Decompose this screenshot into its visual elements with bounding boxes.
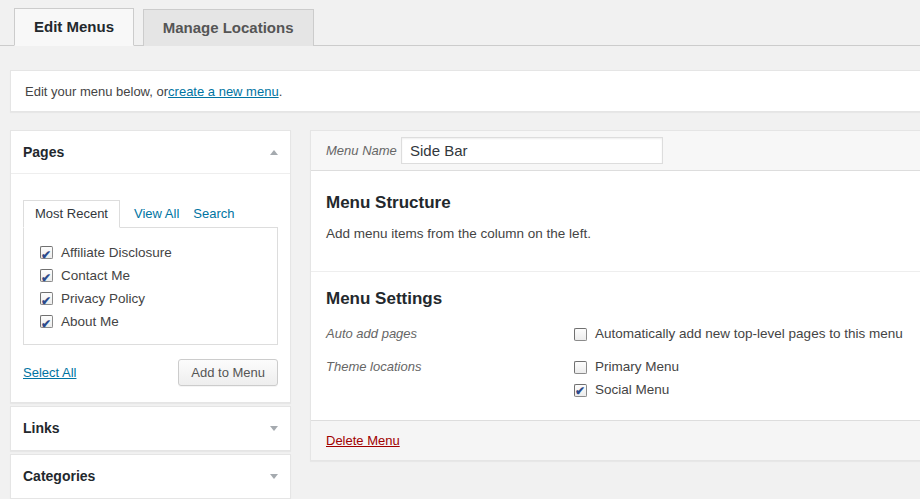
menu-name-bar: Menu Name bbox=[311, 131, 920, 171]
list-item[interactable]: Affiliate Disclosure bbox=[24, 241, 277, 264]
categories-panel-header[interactable]: Categories bbox=[11, 455, 290, 498]
page-item-label: Contact Me bbox=[61, 264, 130, 287]
categories-panel-title: Categories bbox=[23, 455, 95, 498]
edit-menu-notice: Edit your menu below, or create a new me… bbox=[10, 70, 920, 112]
links-panel: Links bbox=[10, 406, 291, 451]
menu-name-input[interactable] bbox=[401, 137, 663, 164]
page-checkbox[interactable] bbox=[40, 246, 53, 259]
auto-add-options: Automatically add new top-level pages to… bbox=[574, 325, 903, 343]
menu-structure-hint: Add menu items from the column on the le… bbox=[326, 226, 920, 241]
auto-add-option[interactable]: Automatically add new top-level pages to… bbox=[574, 325, 903, 343]
pages-panel-title: Pages bbox=[23, 131, 64, 174]
list-item[interactable]: About Me bbox=[24, 310, 277, 333]
primary-menu-option[interactable]: Primary Menu bbox=[574, 358, 679, 376]
menu-name-label: Menu Name bbox=[326, 143, 401, 158]
auto-add-pages-label: Auto add pages bbox=[326, 325, 574, 343]
add-to-menu-button[interactable]: Add to Menu bbox=[178, 359, 278, 386]
social-menu-option-label: Social Menu bbox=[595, 381, 669, 399]
create-new-menu-link[interactable]: create a new menu bbox=[168, 84, 279, 99]
primary-menu-checkbox[interactable] bbox=[574, 361, 587, 374]
theme-locations-row: Theme locations Primary Menu Social Menu bbox=[326, 358, 920, 399]
auto-add-option-label: Automatically add new top-level pages to… bbox=[595, 325, 903, 343]
menu-editor-panel: Menu Name Menu Structure Add menu items … bbox=[310, 130, 920, 461]
menu-items-column: Pages Most Recent View All Search Affili… bbox=[10, 130, 291, 499]
menu-structure-heading: Menu Structure bbox=[326, 171, 920, 213]
links-panel-title: Links bbox=[23, 407, 60, 450]
tab-edit-menus[interactable]: Edit Menus bbox=[14, 8, 134, 46]
pages-actions-row: Select All Add to Menu bbox=[23, 359, 278, 386]
collapse-up-icon[interactable] bbox=[270, 150, 278, 155]
pages-panel-header[interactable]: Pages bbox=[11, 131, 290, 174]
chevron-down-icon[interactable] bbox=[270, 426, 278, 431]
page-item-label: About Me bbox=[61, 310, 119, 333]
list-item[interactable]: Contact Me bbox=[24, 264, 277, 287]
chevron-down-icon[interactable] bbox=[270, 474, 278, 479]
nav-tab-bar: Edit Menus Manage Locations bbox=[0, 0, 920, 46]
social-menu-checkbox[interactable] bbox=[574, 384, 587, 397]
list-item[interactable]: Privacy Policy bbox=[24, 287, 277, 310]
notice-text-period: . bbox=[279, 84, 283, 99]
social-menu-option[interactable]: Social Menu bbox=[574, 381, 679, 399]
tab-manage-locations[interactable]: Manage Locations bbox=[143, 9, 314, 46]
menu-editor-body: Menu Structure Add menu items from the c… bbox=[311, 171, 920, 420]
page-checkbox[interactable] bbox=[40, 292, 53, 305]
primary-menu-option-label: Primary Menu bbox=[595, 358, 679, 376]
page-checkbox[interactable] bbox=[40, 315, 53, 328]
pages-checklist: Affiliate Disclosure Contact Me Privacy … bbox=[23, 227, 278, 345]
subtab-search[interactable]: Search bbox=[193, 200, 234, 227]
links-panel-header[interactable]: Links bbox=[11, 407, 290, 450]
pages-subtabs: Most Recent View All Search bbox=[23, 200, 278, 227]
notice-text: Edit your menu below, or bbox=[25, 84, 168, 99]
page-item-label: Privacy Policy bbox=[61, 287, 145, 310]
theme-location-options: Primary Menu Social Menu bbox=[574, 358, 679, 399]
theme-locations-label: Theme locations bbox=[326, 358, 574, 399]
auto-add-pages-row: Auto add pages Automatically add new top… bbox=[326, 325, 920, 343]
categories-panel: Categories bbox=[10, 454, 291, 499]
page-checkbox[interactable] bbox=[40, 269, 53, 282]
select-all-link[interactable]: Select All bbox=[23, 365, 76, 380]
subtab-most-recent[interactable]: Most Recent bbox=[23, 200, 120, 228]
pages-panel: Pages Most Recent View All Search Affili… bbox=[10, 130, 291, 403]
page-item-label: Affiliate Disclosure bbox=[61, 241, 172, 264]
auto-add-checkbox[interactable] bbox=[574, 328, 587, 341]
menu-editor-footer: Delete Menu bbox=[311, 420, 920, 460]
delete-menu-link[interactable]: Delete Menu bbox=[326, 433, 400, 448]
menu-settings-heading: Menu Settings bbox=[326, 272, 920, 309]
subtab-view-all[interactable]: View All bbox=[134, 200, 179, 227]
pages-panel-body: Most Recent View All Search Affiliate Di… bbox=[11, 174, 290, 402]
